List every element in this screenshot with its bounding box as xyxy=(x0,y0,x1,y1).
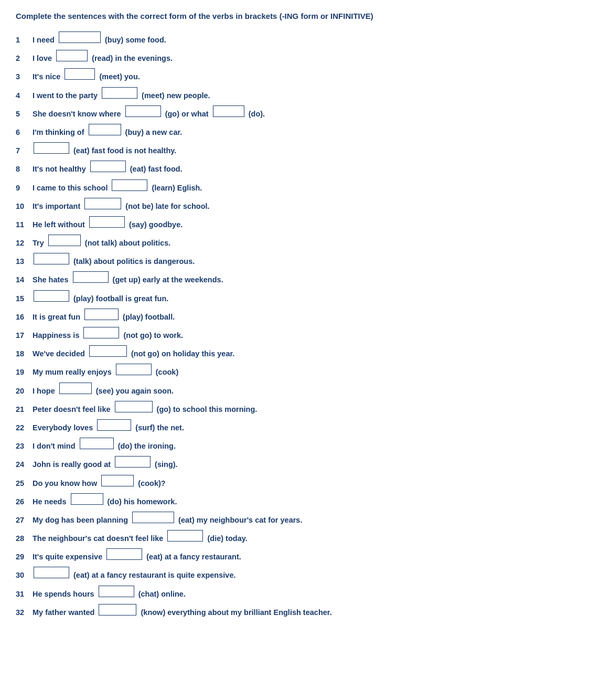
item-number: 25 xyxy=(16,478,33,490)
answer-box-8-1[interactable] xyxy=(90,161,126,172)
sentence-text: He needs xyxy=(33,496,69,508)
answer-box-1-1[interactable] xyxy=(59,31,101,43)
sentence-text: (surf) the net. xyxy=(133,422,184,434)
exercise-item: 26He needs (do) his homework. xyxy=(16,493,585,508)
answer-box-3-1[interactable] xyxy=(65,68,95,80)
sentence-text: John is really good at xyxy=(33,459,113,471)
item-content: I came to this school (learn) Eglish. xyxy=(33,179,202,194)
item-content: Happiness is (not go) to work. xyxy=(33,326,183,342)
answer-box-16-1[interactable] xyxy=(84,309,119,320)
sentence-text: (go) to school this morning. xyxy=(155,404,257,416)
answer-box-9-1[interactable] xyxy=(112,179,147,191)
item-content: (eat) at a fancy restaurant is quite exp… xyxy=(33,566,235,581)
answer-box-6-1[interactable] xyxy=(89,124,121,135)
sentence-text: (not talk) about politics. xyxy=(83,237,171,249)
item-content: My dog has been planning (eat) my neighb… xyxy=(33,511,302,526)
sentence-text: (eat) fast food is not healthy. xyxy=(71,145,176,157)
sentence-text: I love xyxy=(33,52,54,65)
answer-box-5-1[interactable] xyxy=(125,105,161,117)
sentence-text: He left without xyxy=(33,219,87,231)
answer-box-15-0[interactable] xyxy=(34,290,69,302)
answer-box-12-1[interactable] xyxy=(48,235,81,246)
item-content: The neighbour's cat doesn't feel like (d… xyxy=(33,529,248,545)
sentence-text: (sing). xyxy=(153,459,178,471)
item-number: 16 xyxy=(16,311,33,323)
answer-box-32-1[interactable] xyxy=(99,604,136,616)
answer-box-7-0[interactable] xyxy=(34,142,69,154)
sentence-text: (die) today. xyxy=(205,533,247,545)
exercise-item: 16It is great fun (play) football. xyxy=(16,308,585,323)
exercise-item: 19My mum really enjoys (cook) xyxy=(16,363,585,378)
item-number: 4 xyxy=(16,90,33,102)
answer-box-11-1[interactable] xyxy=(89,216,125,228)
sentence-text: It's nice xyxy=(33,71,62,83)
exercise-item: 7 (eat) fast food is not healthy. xyxy=(16,142,585,157)
exercise-item: 32My father wanted (know) everything abo… xyxy=(16,603,585,619)
item-content: I don't mind (do) the ironing. xyxy=(33,437,176,452)
answer-box-26-1[interactable] xyxy=(71,493,103,505)
answer-box-30-0[interactable] xyxy=(34,567,69,578)
answer-box-24-1[interactable] xyxy=(115,456,151,468)
sentence-text: (talk) about politics is dangerous. xyxy=(71,256,195,268)
exercise-item: 18We've decided (not go) on holiday this… xyxy=(16,345,585,360)
sentence-text: (eat) fast food. xyxy=(128,163,183,175)
sentence-text: I hope xyxy=(33,385,57,397)
sentence-text: It's not healthy xyxy=(33,163,88,175)
exercise-item: 2I love (read) in the evenings. xyxy=(16,49,585,65)
item-number: 13 xyxy=(16,256,33,268)
sentence-text: She doesn't know where xyxy=(33,108,123,120)
item-content: (eat) fast food is not healthy. xyxy=(33,142,176,157)
answer-box-13-0[interactable] xyxy=(34,253,69,264)
sentence-text: (not be) late for school. xyxy=(123,200,209,213)
sentence-text: (eat) at a fancy restaurant is quite exp… xyxy=(71,569,235,581)
exercise-item: 13 (talk) about politics is dangerous. xyxy=(16,252,585,268)
item-number: 32 xyxy=(16,607,33,619)
answer-box-28-1[interactable] xyxy=(167,530,203,542)
item-content: I need (buy) some food. xyxy=(33,31,166,46)
item-number: 21 xyxy=(16,404,33,416)
item-number: 18 xyxy=(16,348,33,360)
answer-box-14-1[interactable] xyxy=(73,271,109,283)
sentence-text: (learn) Eglish. xyxy=(149,182,202,194)
sentence-text: (play) football is great fun. xyxy=(71,293,168,305)
answer-box-20-1[interactable] xyxy=(59,383,92,394)
item-number: 24 xyxy=(16,459,33,471)
exercise-item: 5She doesn't know where (go) or what (do… xyxy=(16,105,585,120)
answer-box-21-1[interactable] xyxy=(115,401,153,412)
answer-box-10-1[interactable] xyxy=(84,198,121,209)
exercise-item: 3It's nice (meet) you. xyxy=(16,68,585,83)
sentence-text: Happiness is xyxy=(33,330,81,342)
item-number: 19 xyxy=(16,366,33,378)
item-number: 9 xyxy=(16,182,33,194)
answer-box-22-1[interactable] xyxy=(97,419,131,431)
sentence-text: It's quite expensive xyxy=(33,551,104,563)
answer-box-17-1[interactable] xyxy=(83,327,119,338)
exercise-item: 22Everybody loves (surf) the net. xyxy=(16,419,585,434)
exercise-item: 30 (eat) at a fancy restaurant is quite … xyxy=(16,566,585,581)
sentence-text: Everybody loves xyxy=(33,422,95,434)
item-content: Do you know how (cook)? xyxy=(33,474,166,490)
exercise-list: 1I need (buy) some food.2I love (read) i… xyxy=(16,31,585,619)
exercise-item: 25Do you know how (cook)? xyxy=(16,474,585,490)
answer-box-31-1[interactable] xyxy=(99,586,134,597)
exercise-item: 14She hates (get up) early at the weeken… xyxy=(16,271,585,286)
exercise-item: 8It's not healthy (eat) fast food. xyxy=(16,160,585,175)
item-number: 31 xyxy=(16,588,33,600)
item-content: It's important (not be) late for school. xyxy=(33,197,210,213)
item-number: 17 xyxy=(16,330,33,342)
sentence-text: (do) his homework. xyxy=(105,496,177,508)
answer-box-27-1[interactable] xyxy=(132,512,174,523)
answer-box-5-3[interactable] xyxy=(213,105,244,117)
sentence-text: (buy) some food. xyxy=(103,34,166,46)
answer-box-2-1[interactable] xyxy=(56,50,88,61)
exercise-item: 28The neighbour's cat doesn't feel like … xyxy=(16,529,585,545)
item-number: 1 xyxy=(16,34,33,46)
item-content: He needs (do) his homework. xyxy=(33,493,177,508)
answer-box-19-1[interactable] xyxy=(116,364,152,375)
answer-box-25-1[interactable] xyxy=(101,475,134,486)
answer-box-18-1[interactable] xyxy=(89,345,127,357)
item-number: 26 xyxy=(16,496,33,508)
answer-box-4-1[interactable] xyxy=(102,87,137,99)
answer-box-23-1[interactable] xyxy=(80,438,114,449)
answer-box-29-1[interactable] xyxy=(106,548,142,560)
